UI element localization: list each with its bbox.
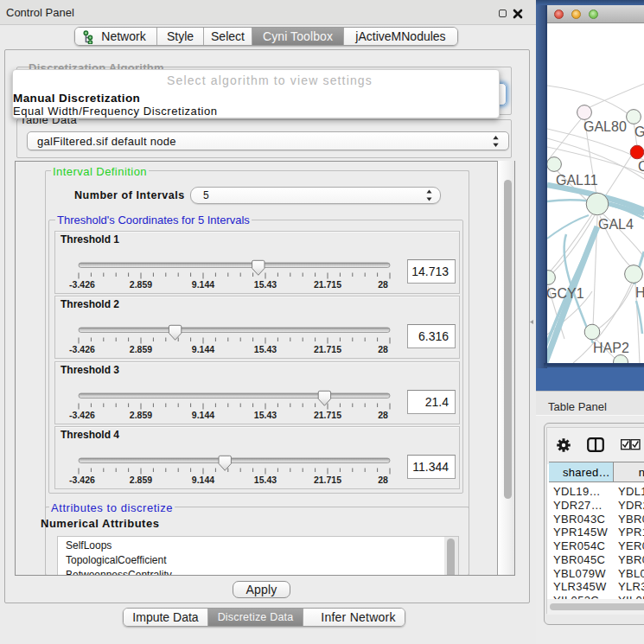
svg-text:GAL4: GAL4 — [598, 217, 634, 232]
svg-text:H: H — [635, 285, 644, 300]
svg-text:G: G — [634, 124, 644, 139]
svg-text:GCY1: GCY1 — [547, 286, 584, 301]
svg-text:HAP2: HAP2 — [593, 341, 629, 355]
svg-text:GAL80: GAL80 — [583, 119, 627, 134]
svg-text:GAL11: GAL11 — [556, 173, 598, 188]
svg-text:C: C — [638, 159, 644, 174]
